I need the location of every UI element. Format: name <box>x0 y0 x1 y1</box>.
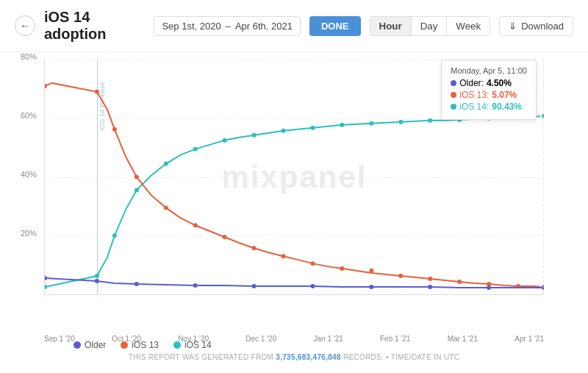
tooltip-value-ios14: 90.43% <box>492 102 522 112</box>
tooltip-value-ios13: 5.07% <box>492 90 517 100</box>
svg-point-29 <box>369 269 373 273</box>
svg-point-27 <box>310 261 315 266</box>
footer-records: 3,735,683,476,848 <box>276 353 341 361</box>
svg-point-39 <box>193 283 198 288</box>
tooltip-title: Monday, Apr 5, 11:00 <box>451 66 527 75</box>
legend-dot-ios13 <box>121 341 128 349</box>
footer-text-after: RECORDS. • TIME/DATE IN UTC <box>343 353 459 361</box>
footer-text-before: THIS REPORT WAS GENERATED FROM <box>129 353 274 361</box>
svg-point-17 <box>541 113 544 119</box>
svg-point-10 <box>340 123 344 127</box>
svg-point-11 <box>369 121 373 126</box>
time-hour-button[interactable]: Hour <box>370 17 412 35</box>
svg-point-18 <box>45 84 47 88</box>
svg-point-41 <box>310 284 315 288</box>
y-label-20: 20% <box>7 229 37 238</box>
tooltip-label-ios13: iOS 13: <box>459 90 489 100</box>
svg-point-2 <box>112 233 117 238</box>
svg-point-3 <box>135 188 139 192</box>
svg-point-8 <box>282 129 286 133</box>
svg-point-26 <box>282 254 286 258</box>
svg-point-5 <box>193 147 198 152</box>
back-icon: ← <box>20 20 30 32</box>
svg-point-32 <box>457 280 462 284</box>
legend-label-ios14: iOS 14 <box>184 340 212 350</box>
date-start: Sep 1st, 2020 <box>162 21 220 32</box>
svg-point-6 <box>223 138 227 143</box>
download-label: Download <box>521 21 564 32</box>
tooltip-dot-ios13 <box>451 92 456 98</box>
tooltip-dot-older <box>451 80 456 86</box>
svg-point-43 <box>428 285 432 289</box>
legend-dot-older <box>74 341 81 349</box>
tooltip-row-older: Older: 4.50% <box>451 78 527 88</box>
ios14-dots <box>45 113 544 289</box>
y-label-80: 80% <box>7 52 37 61</box>
tooltip-row-ios14: iOS 14: 90.43% <box>451 102 527 112</box>
svg-point-23 <box>193 223 198 227</box>
y-label-60: 60% <box>7 111 37 120</box>
svg-point-22 <box>164 205 168 210</box>
legend-ios13: iOS 13 <box>121 340 159 350</box>
x-label-feb: Feb 1 '21 <box>380 335 410 343</box>
x-label-apr: Apr 1 '21 <box>514 335 544 343</box>
svg-point-20 <box>112 127 117 132</box>
footer: THIS REPORT WAS GENERATED FROM 3,735,683… <box>0 353 588 361</box>
tooltip-dot-ios14 <box>451 104 456 110</box>
svg-point-30 <box>398 274 403 278</box>
header: ← iOS 14 adoption Sep 1st, 2020 – Apr 6t… <box>0 0 588 52</box>
time-day-button[interactable]: Day <box>412 17 448 35</box>
svg-point-9 <box>310 126 315 130</box>
tooltip-value-older: 4.50% <box>487 78 512 88</box>
svg-point-1 <box>95 274 99 278</box>
date-range-picker[interactable]: Sep 1st, 2020 – Apr 6th, 2021 <box>154 16 301 36</box>
y-axis: 80% 60% 40% 20% <box>7 52 37 288</box>
svg-point-25 <box>252 246 257 250</box>
x-label-mar: Mar 1 '21 <box>448 335 478 343</box>
svg-point-37 <box>95 279 99 283</box>
chart-area: mixpanel iOS 14 Release <box>44 60 544 295</box>
svg-point-19 <box>95 90 99 94</box>
svg-point-36 <box>45 276 47 280</box>
tooltip-row-ios13: iOS 13: 5.07% <box>451 90 527 100</box>
svg-point-24 <box>223 235 227 239</box>
svg-point-44 <box>487 285 491 290</box>
date-end: Apr 6th, 2021 <box>235 21 293 32</box>
svg-point-28 <box>340 266 344 271</box>
done-button[interactable]: DONE <box>309 16 361 36</box>
legend-older: Older <box>74 340 106 350</box>
svg-point-13 <box>428 118 432 123</box>
page-title: iOS 14 adoption <box>44 9 145 43</box>
back-button[interactable]: ← <box>15 15 35 36</box>
tooltip: Monday, Apr 5, 11:00 Older: 4.50% iOS 13… <box>441 60 537 120</box>
svg-point-12 <box>398 120 403 124</box>
x-label-jan: Jan 1 '21 <box>313 335 343 343</box>
svg-point-38 <box>135 282 139 286</box>
date-separator: – <box>226 21 231 32</box>
svg-point-7 <box>252 133 257 138</box>
download-icon: ⇓ <box>509 21 517 32</box>
svg-point-4 <box>164 162 168 166</box>
svg-point-0 <box>45 285 47 289</box>
time-granularity-group: Hour Day Week <box>370 16 491 36</box>
download-button[interactable]: ⇓ Download <box>499 16 573 36</box>
time-week-button[interactable]: Week <box>447 17 490 35</box>
legend-dot-ios14 <box>173 341 181 349</box>
svg-point-42 <box>369 285 373 289</box>
legend-ios14: iOS 14 <box>173 340 212 350</box>
svg-point-40 <box>252 284 257 288</box>
svg-point-31 <box>428 277 432 281</box>
svg-point-21 <box>135 175 139 180</box>
chart-container: 80% 60% 40% 20% mixpanel iOS 14 Release <box>0 52 588 369</box>
y-label-40: 40% <box>7 170 37 179</box>
tooltip-label-older: Older: <box>459 78 484 88</box>
legend-label-ios13: iOS 13 <box>132 340 159 350</box>
tooltip-label-ios14: iOS 14: <box>459 102 489 112</box>
legend-label-older: Older <box>85 340 106 350</box>
